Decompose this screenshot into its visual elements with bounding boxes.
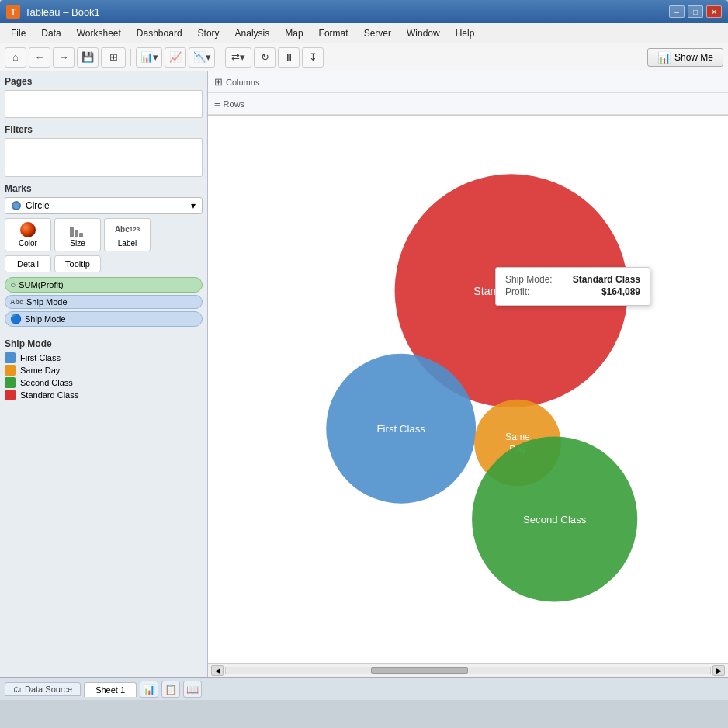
- toolbar-chart1[interactable]: 📊▾: [136, 47, 162, 68]
- tab-datasource[interactable]: 🗂 Data Source: [5, 682, 81, 696]
- scroll-left-button[interactable]: ◀: [211, 665, 224, 676]
- menu-format[interactable]: Format: [311, 26, 356, 40]
- tab-new-story-button[interactable]: 📖: [183, 681, 202, 698]
- menu-file[interactable]: File: [3, 26, 33, 40]
- menu-server[interactable]: Server: [356, 26, 399, 40]
- legend-label-first: First Class: [20, 353, 61, 362]
- legend-item-first: First Class: [5, 352, 203, 363]
- pages-section: Pages: [5, 76, 203, 118]
- datasource-icon: 🗂: [13, 685, 22, 694]
- tab-sheet1[interactable]: Sheet 1: [84, 682, 137, 697]
- marks-detail-button[interactable]: Detail: [5, 255, 51, 272]
- show-me-button[interactable]: 📊 Show Me: [647, 48, 723, 67]
- marks-tooltip-button[interactable]: Tooltip: [54, 255, 101, 272]
- label-icon: Abc123: [120, 222, 135, 237]
- tooltip-shipmode-key: Ship Mode:: [505, 274, 553, 285]
- marks-pill-profit[interactable]: ○ SUM(Profit): [5, 277, 203, 293]
- datasource-label: Data Source: [25, 685, 72, 694]
- rows-label: ≡ Rows: [214, 98, 269, 109]
- minimize-button[interactable]: –: [669, 5, 685, 18]
- menu-data[interactable]: Data: [33, 26, 68, 40]
- toolbar: ⌂ ← → 💾 ⊞ 📊▾ 📈 📉▾ ⇄▾ ↻ ⏸ ↧ 📊 Show Me: [0, 43, 728, 71]
- filters-label: Filters: [5, 124, 203, 135]
- marks-type-label: Circle: [26, 200, 50, 211]
- tab-new-dashboard-button[interactable]: 📋: [161, 681, 180, 698]
- filters-box: [5, 138, 203, 177]
- scroll-right-button[interactable]: ▶: [712, 665, 725, 676]
- rows-icon: ≡: [214, 98, 220, 109]
- tooltip-label: Tooltip: [65, 259, 90, 269]
- menu-story[interactable]: Story: [190, 26, 227, 40]
- marks-label-button[interactable]: Abc123 Label: [104, 218, 151, 251]
- legend-label-second: Second Class: [20, 378, 73, 387]
- toolbar-sep1: [130, 49, 131, 66]
- scroll-thumb[interactable]: [371, 667, 468, 674]
- marks-pill-shipmode-color[interactable]: 🔵 Ship Mode: [5, 311, 203, 327]
- legend-color-second: [5, 377, 16, 388]
- toolbar-save[interactable]: 💾: [77, 47, 99, 68]
- menu-help[interactable]: Help: [448, 26, 483, 40]
- menu-dashboard[interactable]: Dashboard: [129, 26, 190, 40]
- scrollbar-area: ◀ ▶: [208, 663, 728, 677]
- toolbar-refresh[interactable]: ↻: [254, 47, 276, 68]
- menu-map[interactable]: Map: [277, 26, 310, 40]
- menu-window[interactable]: Window: [399, 26, 448, 40]
- maximize-button[interactable]: □: [688, 5, 703, 18]
- profit-pill-label: SUM(Profit): [19, 280, 63, 289]
- tab-new-sheet-button[interactable]: 📊: [140, 681, 158, 698]
- marks-dropdown[interactable]: Circle ▾: [5, 197, 203, 214]
- close-button[interactable]: ✕: [706, 5, 722, 18]
- toolbar-chart2[interactable]: 📈: [165, 47, 186, 68]
- dropdown-arrow-icon: ▾: [191, 200, 196, 211]
- marks-buttons-row2: Detail Tooltip: [5, 255, 203, 272]
- scroll-track[interactable]: [225, 667, 711, 674]
- profit-pill-icon: ○: [10, 279, 16, 290]
- show-me-label: Show Me: [674, 52, 713, 63]
- detail-label: Detail: [17, 259, 39, 269]
- columns-shelf: ⊞ Columns: [208, 71, 728, 93]
- marks-label: Marks: [5, 183, 203, 194]
- legend-label-standard: Standard Class: [20, 390, 78, 400]
- show-me-icon: 📊: [657, 51, 671, 64]
- marks-pill-shipmode-text[interactable]: Abc Ship Mode: [5, 295, 203, 309]
- label-sameday1: Same: [505, 432, 530, 442]
- sheet1-label: Sheet 1: [95, 685, 125, 695]
- tooltip-row-profit: Profit: $164,089: [505, 286, 640, 297]
- right-content: ⊞ Columns ≡ Rows Standard Class First Cl…: [208, 71, 728, 677]
- toolbar-pause[interactable]: ⏸: [278, 47, 300, 68]
- window-controls: – □ ✕: [669, 5, 722, 18]
- toolbar-home[interactable]: ⌂: [5, 47, 26, 68]
- legend-item-second: Second Class: [5, 377, 203, 388]
- tooltip-shipmode-val: Standard Class: [573, 274, 640, 285]
- label-second: Second Class: [523, 514, 587, 525]
- window-title: Tableau – Book1: [25, 6, 100, 18]
- color-icon: [20, 222, 36, 237]
- rows-shelf: ≡ Rows: [208, 93, 728, 115]
- menu-worksheet[interactable]: Worksheet: [69, 26, 129, 40]
- shipmode-color-label: Ship Mode: [25, 314, 66, 324]
- left-panel: Pages Filters Marks Circle ▾ Color: [0, 71, 208, 677]
- shelf-area: ⊞ Columns ≡ Rows: [208, 71, 728, 116]
- legend-color-standard: [5, 390, 16, 400]
- chart-area: Standard Class First Class Same Day Seco…: [208, 116, 728, 663]
- circle-mark-icon: [12, 201, 21, 210]
- marks-size-button[interactable]: Size: [54, 218, 101, 251]
- tooltip-box: Ship Mode: Standard Class Profit: $164,0…: [495, 267, 650, 306]
- toolbar-forward[interactable]: →: [53, 47, 75, 68]
- bottom-tabs: 🗂 Data Source Sheet 1 📊 📋 📖: [0, 677, 728, 700]
- legend-color-first: [5, 352, 16, 363]
- legend-item-same: Same Day: [5, 365, 203, 376]
- menu-analysis[interactable]: Analysis: [227, 26, 278, 40]
- toolbar-fit[interactable]: ↧: [302, 47, 324, 68]
- shipmode-text-icon: Abc: [10, 298, 23, 306]
- toolbar-chart3[interactable]: 📉▾: [189, 47, 215, 68]
- pages-label: Pages: [5, 76, 203, 87]
- toolbar-swap[interactable]: ⇄▾: [225, 47, 251, 68]
- marks-color-button[interactable]: Color: [5, 218, 51, 251]
- label-btn-label: Label: [118, 239, 137, 248]
- legend-color-same: [5, 365, 16, 376]
- main-layout: Pages Filters Marks Circle ▾ Color: [0, 71, 728, 677]
- legend-item-standard: Standard Class: [5, 390, 203, 400]
- toolbar-addds[interactable]: ⊞: [101, 47, 126, 68]
- toolbar-back[interactable]: ←: [29, 47, 50, 68]
